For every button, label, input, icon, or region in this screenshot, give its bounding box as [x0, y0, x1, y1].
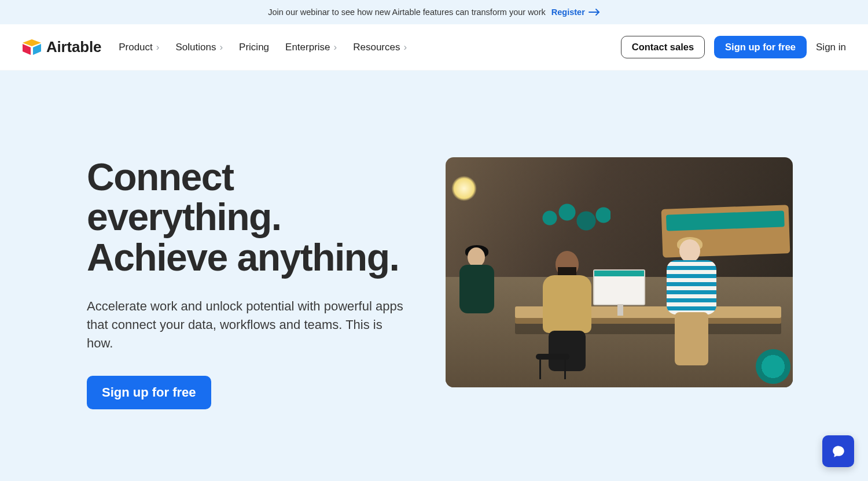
fabric-rolls-icon: [541, 198, 610, 238]
announcement-text: Join our webinar to see how new Airtable…: [268, 8, 546, 17]
chat-button[interactable]: [822, 435, 854, 467]
chevron-right-icon: ›: [156, 42, 160, 53]
svg-marker-3: [33, 44, 41, 55]
announcement-register-label: Register: [551, 8, 585, 17]
primary-nav: Product › Solutions › Pricing Enterprise…: [119, 42, 407, 53]
fabric-roll-icon: [756, 349, 790, 384]
announcement-bar: Join our webinar to see how new Airtable…: [0, 0, 868, 24]
arrow-right-icon: [589, 9, 600, 16]
chevron-right-icon: ›: [219, 42, 223, 53]
chevron-right-icon: ›: [403, 42, 407, 53]
nav-label: Enterprise: [285, 42, 330, 53]
nav-label: Product: [119, 42, 153, 53]
contact-sales-button[interactable]: Contact sales: [621, 36, 705, 58]
nav-item-resources[interactable]: Resources ›: [353, 42, 407, 53]
hero-image: [446, 157, 793, 387]
nav-label: Resources: [353, 42, 400, 53]
nav-item-enterprise[interactable]: Enterprise ›: [285, 42, 337, 53]
hero-media: [446, 157, 827, 387]
header-actions: Contact sales Sign up for free Sign in: [621, 36, 846, 58]
site-header: Airtable Product › Solutions › Pricing E…: [0, 24, 868, 71]
nav-label: Solutions: [175, 42, 216, 53]
announcement-register-link[interactable]: Register: [551, 8, 600, 17]
hero-section: Connect everything. Achieve anything. Ac…: [0, 71, 868, 409]
stool-prop: [532, 354, 573, 382]
hero-subtitle: Accelerate work and unlock potential wit…: [87, 297, 411, 353]
computer-monitor-icon: [593, 269, 645, 305]
airtable-mark-icon: [22, 39, 42, 56]
nav-item-pricing[interactable]: Pricing: [239, 42, 269, 53]
person-standing: [660, 237, 723, 373]
chat-bubble-icon: [831, 444, 846, 459]
chevron-right-icon: ›: [334, 42, 337, 53]
signup-button[interactable]: Sign up for free: [714, 36, 807, 58]
lamp-icon: [451, 176, 477, 201]
hero-signup-button[interactable]: Sign up for free: [87, 376, 211, 409]
hero-title: Connect everything. Achieve anything.: [87, 157, 422, 278]
nav-label: Pricing: [239, 42, 269, 53]
svg-marker-2: [23, 44, 31, 55]
person-left: [457, 247, 498, 334]
hero-copy: Connect everything. Achieve anything. Ac…: [87, 157, 422, 409]
brand-logo[interactable]: Airtable: [22, 38, 101, 56]
brand-name: Airtable: [46, 38, 101, 56]
nav-item-solutions[interactable]: Solutions ›: [175, 42, 223, 53]
nav-item-product[interactable]: Product ›: [119, 42, 159, 53]
signin-link[interactable]: Sign in: [816, 42, 846, 53]
